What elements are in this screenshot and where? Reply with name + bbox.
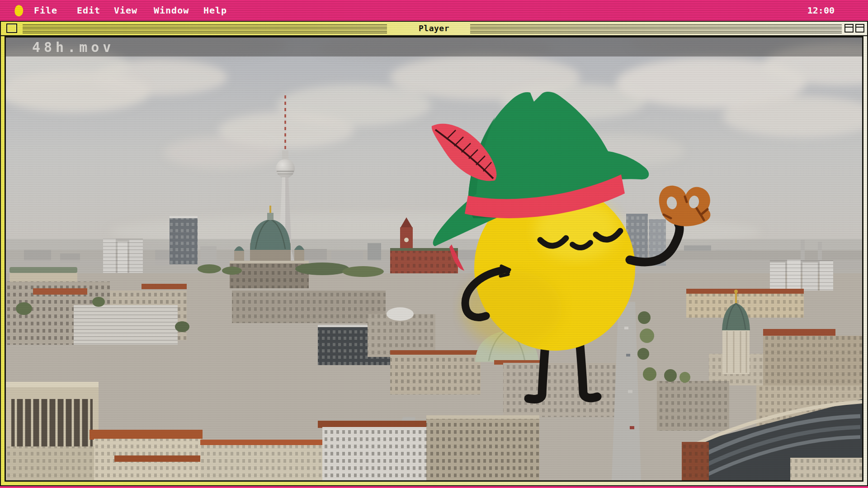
player-window: Player	[0, 21, 868, 486]
video-frame: 48h.mov	[5, 36, 863, 482]
video-scene	[6, 38, 862, 480]
window-titlebar[interactable]: Player	[1, 22, 867, 36]
video-filename: 48h.mov	[32, 39, 114, 55]
video-filename-overlay: 48h.mov	[6, 38, 862, 56]
desktop: { "menubar": { "icon": "lemon-icon", "it…	[0, 0, 868, 488]
close-box-icon[interactable]	[6, 23, 17, 33]
menu-window[interactable]: Window	[154, 0, 189, 21]
menubar-clock: 12:00	[807, 0, 835, 21]
windowshade-icon[interactable]	[844, 24, 854, 33]
lemon-icon[interactable]	[14, 5, 24, 17]
window-title: Player	[412, 22, 456, 35]
menu-bar: File Edit View Window Help 12:00	[0, 0, 868, 21]
menu-help[interactable]: Help	[203, 0, 227, 21]
titlebar-stripes	[23, 23, 387, 34]
menu-file[interactable]: File	[34, 0, 57, 21]
titlebar-stripes	[470, 23, 842, 34]
video-player-surface[interactable]: 48h.mov	[6, 38, 862, 480]
windowshade-icon[interactable]	[855, 24, 864, 33]
sky	[6, 38, 862, 268]
menu-edit[interactable]: Edit	[77, 0, 100, 21]
menu-view[interactable]: View	[114, 0, 137, 21]
